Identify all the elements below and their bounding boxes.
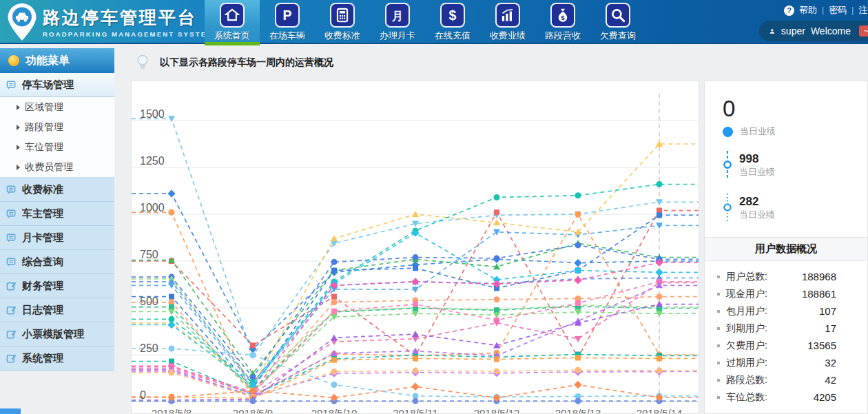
stat-label: 过期用户: [726, 357, 767, 369]
sidebar-item-label: 日志管理 [22, 304, 63, 317]
home-icon-frame [220, 3, 245, 28]
bullet-icon [717, 379, 720, 382]
notification-badge[interactable]: ~ [859, 25, 868, 37]
stat-label: 到期用户: [726, 322, 767, 335]
sidebar-item-label: 财务管理 [22, 280, 63, 293]
bullet-icon [717, 327, 720, 330]
month-card-icon: 月 [389, 6, 406, 24]
sidebar-subitem-label: 路段管理 [25, 121, 63, 134]
panel-icon [6, 185, 17, 195]
svg-text:$: $ [561, 14, 565, 21]
top-links: ?帮助|密码|注销 [784, 4, 868, 17]
edit-icon [6, 305, 17, 315]
nav-tab-5[interactable]: $在线充值 [425, 0, 480, 44]
calculator-icon [333, 6, 351, 24]
sidebar-submenu: 区域管理路段管理车位管理收费员管理 [0, 97, 114, 178]
nav-tab-7[interactable]: $路段营收 [535, 0, 590, 44]
stat-row-3: 包月用户:107 [717, 302, 836, 320]
svg-text:1500: 1500 [140, 108, 165, 120]
sidebar-subitem-label: 区域管理 [25, 101, 63, 114]
stat-value: 17 [825, 322, 836, 334]
top-link-3[interactable]: 注销 [858, 4, 868, 17]
sidebar-item-8[interactable]: 小票模版管理 [0, 322, 114, 346]
bullet-icon [717, 293, 720, 296]
weekly-operations-chart[interactable]: 02505007501000125015002018/5/82018/5/920… [131, 81, 699, 414]
svg-text:750: 750 [140, 249, 158, 260]
user-pill[interactable]: super Welcome ~ [759, 21, 868, 41]
sidebar-subitem-1[interactable]: 区域管理 [0, 97, 114, 117]
sidebar-item-7[interactable]: 日志管理 [0, 298, 114, 322]
stat-label: 路段总数: [726, 374, 767, 386]
stat-value: 188861 [802, 288, 836, 300]
sidebar-item-2[interactable]: 收费标准 [0, 178, 114, 202]
bottom-left-strip [0, 408, 21, 414]
sidebar-subitem-4[interactable]: 收费员管理 [0, 157, 114, 177]
sidebar-subitem-3[interactable]: 车位管理 [0, 137, 114, 157]
sidebar-item-4[interactable]: 月卡管理 [0, 226, 114, 250]
sidebar-item-6[interactable]: 财务管理 [0, 274, 114, 298]
arrow-right-icon [17, 105, 20, 110]
chart-icon [499, 6, 517, 24]
top-link-1[interactable]: 帮助 [799, 4, 817, 17]
sidebar-subitem-label: 车位管理 [25, 141, 63, 154]
nav-tab-label: 欠费查询 [600, 30, 636, 42]
svg-text:月: 月 [391, 10, 403, 22]
app-title: 路边停车管理平台 [43, 6, 214, 29]
nav-tab-3[interactable]: 收费标准 [315, 0, 370, 44]
svg-text:2018/5/14: 2018/5/14 [637, 407, 683, 413]
dollar-icon-frame: $ [440, 3, 465, 28]
sidebar-item-label: 月卡管理 [22, 231, 63, 245]
nav-tab-4[interactable]: 月办理月卡 [370, 0, 425, 44]
top-link-2[interactable]: 密码 [829, 4, 847, 17]
metric-value: 282 [739, 195, 775, 209]
user-name: super [781, 25, 805, 37]
nav-tab-6[interactable]: 收费业绩 [480, 0, 535, 44]
main-nav: 系统首页P在场车辆收费标准月办理月卡$在线充值收费业绩$路段营收欠费查询 [205, 0, 645, 44]
stat-label: 现金用户: [726, 288, 767, 300]
svg-text:1250: 1250 [140, 155, 165, 167]
panel-icon [6, 257, 17, 267]
sidebar-item-1[interactable]: 停车场管理 [0, 73, 114, 97]
sidebar-item-label: 小票模版管理 [22, 328, 84, 341]
sidebar-item-label: 综合查询 [22, 256, 63, 269]
panel-icon [6, 209, 17, 219]
right-panel: 0当日业绩998当日业绩282当日业绩 用户数据概况 用户总数:188968现金… [704, 81, 868, 414]
metric-value: 998 [739, 152, 775, 166]
arrow-right-icon [17, 145, 20, 150]
svg-text:2018/5/10: 2018/5/10 [311, 407, 358, 413]
nav-tab-label: 在线充值 [435, 30, 471, 42]
metric-label: 当日业绩 [739, 166, 775, 178]
sidebar-item-5[interactable]: 综合查询 [0, 250, 114, 274]
sidebar-subitem-2[interactable]: 路段管理 [0, 117, 114, 137]
bullet-icon [717, 276, 720, 278]
arrow-right-icon [17, 125, 20, 130]
bulb-icon [135, 54, 150, 72]
bullet-icon [717, 362, 720, 364]
search-icon [609, 6, 627, 24]
stat-label: 欠费用户: [726, 340, 767, 352]
nav-tab-1[interactable]: 系统首页 [205, 0, 260, 44]
svg-text:2018/5/12: 2018/5/12 [474, 407, 520, 413]
dollar-icon: $ [444, 6, 462, 24]
stat-label: 用户总数: [726, 271, 767, 283]
svg-text:2018/5/8: 2018/5/8 [152, 407, 192, 413]
svg-text:2018/5/13: 2018/5/13 [555, 407, 601, 413]
dot-icon [723, 127, 733, 137]
stat-row-2: 现金用户:188861 [717, 285, 836, 302]
app-logo: 路边停车管理平台 ROADPARKING MANAGEMENT SYSTEM [7, 3, 214, 41]
sidebar-item-9[interactable]: 系统管理 [0, 346, 114, 371]
nav-tab-8[interactable]: 欠费查询 [590, 0, 645, 44]
nav-tab-label: 在场车辆 [269, 30, 305, 42]
tip-bar: 以下显示各路段停车场一周内的运营概况 [135, 54, 333, 72]
home-icon [223, 6, 241, 24]
nav-tab-2[interactable]: P在场车辆 [260, 0, 315, 44]
metric-label: 当日业绩 [739, 209, 775, 221]
money-bag-icon-frame: $ [550, 3, 575, 28]
sidebar-item-3[interactable]: 车主管理 [0, 202, 114, 226]
metric-2: 998当日业绩 [723, 150, 867, 180]
sidebar: 功能菜单 停车场管理区域管理路段管理车位管理收费员管理收费标准车主管理月卡管理综… [0, 48, 114, 371]
user-stats-title: 用户数据概况 [705, 238, 867, 261]
ring-line-icon [723, 150, 732, 180]
stat-row-4: 到期用户:17 [717, 320, 836, 337]
nav-tab-label: 路段营收 [545, 30, 581, 42]
